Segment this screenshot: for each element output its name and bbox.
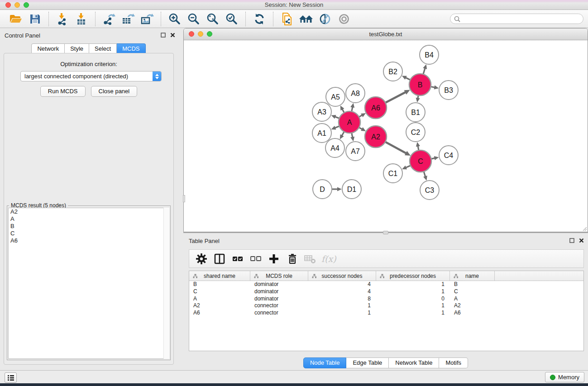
select-all-icon[interactable]	[231, 253, 244, 265]
mcds-result-scrollbar[interactable]	[163, 208, 169, 359]
export-image-icon[interactable]	[140, 12, 154, 26]
delete-table-icon[interactable]	[303, 253, 317, 265]
network-window-title: testGlobe.txt	[184, 31, 588, 38]
graph-edge[interactable]	[423, 68, 425, 74]
toolbar-separator	[161, 12, 161, 26]
node-label: B1	[411, 109, 420, 116]
column-header[interactable]: shared name	[189, 271, 250, 281]
edge-arrowhead-icon	[350, 137, 354, 142]
task-history-button[interactable]	[5, 372, 17, 383]
edge-arrowhead-icon	[350, 103, 354, 108]
node-table[interactable]: shared nameMCDS rolesuccessor nodesprede…	[189, 271, 584, 351]
tab-edge-table[interactable]: Edge Table	[346, 357, 389, 368]
table-row[interactable]: A6connector11A6	[189, 310, 583, 317]
node-label: D1	[347, 186, 357, 193]
network-graph[interactable]: B4B2BB3A5A8A6A3B1AA1C2A2A4A7CC4C1C3DD1	[184, 40, 588, 232]
graph-edge[interactable]	[385, 92, 406, 103]
edge-arrowhead-icon	[416, 142, 420, 147]
zoom-out-icon[interactable]	[186, 12, 201, 26]
node-label: A8	[351, 90, 360, 97]
table-row[interactable]: A2connector11A2	[189, 302, 583, 310]
table-row[interactable]: Bdominator41B	[189, 281, 583, 288]
list-icon	[7, 375, 14, 381]
desktop-strip	[0, 383, 588, 386]
table-panel-title: Table Panel	[189, 238, 220, 244]
add-column-icon[interactable]	[267, 253, 281, 265]
close-panel-button[interactable]: Close panel	[91, 86, 138, 97]
criterion-value: largest connected component (directed)	[21, 73, 153, 80]
float-panel-icon[interactable]	[161, 33, 166, 38]
table-panel-controls	[569, 238, 584, 243]
mcds-result-item[interactable]: C	[9, 230, 169, 237]
edge-arrowhead-icon	[434, 85, 439, 89]
node-table-body: Bdominator41BCdominator41CAdominator80AA…	[189, 281, 583, 317]
network-left-handle[interactable]	[183, 195, 185, 202]
delete-column-icon[interactable]	[285, 253, 299, 265]
edge-arrowhead-icon	[337, 187, 342, 191]
node-label: C2	[411, 129, 421, 136]
import-table-icon[interactable]	[74, 12, 89, 26]
column-header[interactable]: MCDS role	[250, 271, 308, 281]
export-network-icon[interactable]	[102, 12, 116, 26]
refresh-icon[interactable]	[252, 12, 267, 26]
mcds-result-item[interactable]: A2	[9, 208, 169, 215]
memory-status-icon	[550, 375, 555, 380]
settings-icon[interactable]	[195, 253, 208, 265]
column-header[interactable]: successor nodes	[308, 271, 376, 281]
criterion-select[interactable]: largest connected component (directed)	[20, 71, 162, 81]
main-toolbar	[0, 10, 588, 28]
node-label: A3	[317, 108, 326, 116]
toolbar-separator	[48, 12, 49, 26]
table-row[interactable]: Adominator80A	[189, 295, 583, 303]
node-label: C3	[425, 186, 435, 194]
node-label: D	[320, 186, 325, 193]
column-header[interactable]: name	[450, 271, 495, 281]
horizontal-splitter[interactable]	[183, 232, 588, 233]
node-label: A5	[331, 93, 340, 101]
close-panel-icon[interactable]	[579, 238, 584, 243]
window-title: Session: New Session	[0, 1, 588, 8]
graph-edge[interactable]	[385, 142, 406, 153]
tab-network-table[interactable]: Network Table	[389, 357, 439, 368]
split-view-icon[interactable]	[213, 253, 226, 265]
export-table-icon[interactable]	[121, 12, 135, 26]
memory-button[interactable]: Memory	[545, 372, 584, 382]
import-network-icon[interactable]	[55, 12, 70, 26]
network-window: testGlobe.txt B4B2BB3A5A8A6A3B1AA1C2A2A4…	[183, 28, 588, 232]
search-field[interactable]	[450, 14, 583, 24]
toolbar-separator	[95, 12, 96, 26]
zoom-fit-icon[interactable]	[206, 12, 220, 26]
table-row[interactable]: Cdominator41C	[189, 288, 583, 295]
deselect-all-icon[interactable]	[249, 253, 263, 265]
node-table-header: shared nameMCDS rolesuccessor nodesprede…	[189, 271, 583, 281]
open-session-icon[interactable]	[9, 12, 23, 26]
float-panel-icon[interactable]	[569, 238, 574, 243]
column-header[interactable]: predecessor nodes	[376, 271, 450, 281]
run-mcds-button[interactable]: Run MCDS	[40, 86, 86, 97]
column-header-filler	[495, 271, 583, 281]
search-input[interactable]	[461, 15, 583, 23]
zoom-selected-icon[interactable]	[225, 12, 239, 26]
node-label: C4	[444, 152, 454, 159]
close-panel-icon[interactable]	[170, 33, 175, 38]
zoom-in-icon[interactable]	[167, 12, 182, 26]
function-builder-icon[interactable]: f(x)	[321, 254, 336, 264]
mcds-result-item[interactable]: A6	[9, 237, 169, 244]
splitter-handle[interactable]	[383, 231, 388, 234]
mcds-result-item[interactable]: B	[9, 223, 169, 230]
tab-motifs[interactable]: Motifs	[439, 357, 468, 368]
resize-grip-icon[interactable]	[582, 226, 587, 231]
hide-detail-icon[interactable]	[318, 12, 332, 26]
network-window-titlebar[interactable]: testGlobe.txt	[184, 29, 588, 40]
memory-label: Memory	[558, 374, 579, 381]
save-session-icon[interactable]	[28, 12, 42, 26]
mcds-result-item[interactable]: A	[9, 215, 169, 223]
tab-node-table[interactable]: Node Table	[303, 357, 347, 368]
app-titlebar: Session: New Session	[0, 0, 588, 10]
control-panel-controls	[161, 33, 175, 38]
node-label: A4	[330, 144, 339, 152]
clone-network-icon[interactable]	[280, 12, 294, 26]
mcds-result-list[interactable]: A2ABCA6	[8, 208, 169, 359]
home-icon[interactable]	[299, 12, 313, 26]
eye-icon[interactable]	[337, 12, 351, 26]
